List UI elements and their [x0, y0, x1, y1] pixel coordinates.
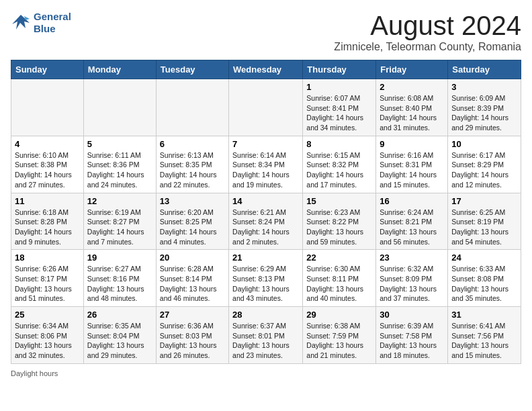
calendar-day-cell — [83, 79, 156, 136]
day-number: 15 — [306, 196, 372, 206]
day-number: 30 — [380, 310, 444, 320]
calendar-day-cell: 14Sunrise: 6:21 AM Sunset: 8:24 PM Dayli… — [229, 193, 303, 250]
day-number: 28 — [232, 310, 299, 320]
day-info: Sunrise: 6:37 AM Sunset: 8:01 PM Dayligh… — [232, 321, 299, 361]
calendar-day-cell: 30Sunrise: 6:39 AM Sunset: 7:58 PM Dayli… — [376, 307, 448, 364]
day-number: 25 — [15, 310, 80, 320]
calendar-day-cell: 15Sunrise: 6:23 AM Sunset: 8:22 PM Dayli… — [303, 193, 376, 250]
day-number: 17 — [451, 196, 517, 206]
calendar-day-cell: 19Sunrise: 6:27 AM Sunset: 8:16 PM Dayli… — [83, 250, 156, 307]
logo-text: General Blue — [34, 11, 71, 35]
day-number: 4 — [15, 139, 80, 149]
day-number: 21 — [232, 253, 299, 263]
calendar-header-cell: Friday — [376, 60, 448, 79]
calendar-day-cell: 7Sunrise: 6:14 AM Sunset: 8:34 PM Daylig… — [229, 136, 303, 193]
calendar-day-cell: 4Sunrise: 6:10 AM Sunset: 8:38 PM Daylig… — [11, 136, 84, 193]
calendar-day-cell: 27Sunrise: 6:36 AM Sunset: 8:03 PM Dayli… — [156, 307, 228, 364]
calendar-week-row: 11Sunrise: 6:18 AM Sunset: 8:28 PM Dayli… — [11, 193, 521, 250]
day-number: 9 — [380, 139, 444, 149]
calendar-header-cell: Saturday — [448, 60, 521, 79]
calendar-day-cell: 6Sunrise: 6:13 AM Sunset: 8:35 PM Daylig… — [156, 136, 228, 193]
day-number: 27 — [160, 310, 225, 320]
calendar-header-cell: Wednesday — [229, 60, 303, 79]
day-info: Sunrise: 6:16 AM Sunset: 8:31 PM Dayligh… — [380, 150, 444, 190]
calendar-header-cell: Tuesday — [156, 60, 228, 79]
calendar-day-cell: 2Sunrise: 6:08 AM Sunset: 8:40 PM Daylig… — [376, 79, 448, 136]
day-info: Sunrise: 6:08 AM Sunset: 8:40 PM Dayligh… — [380, 93, 444, 133]
calendar-day-cell: 29Sunrise: 6:38 AM Sunset: 7:59 PM Dayli… — [303, 307, 376, 364]
day-info: Sunrise: 6:30 AM Sunset: 8:11 PM Dayligh… — [306, 264, 372, 304]
day-number: 10 — [451, 139, 517, 149]
day-info: Sunrise: 6:20 AM Sunset: 8:25 PM Dayligh… — [160, 208, 225, 247]
calendar-day-cell: 18Sunrise: 6:26 AM Sunset: 8:17 PM Dayli… — [11, 250, 84, 307]
day-info: Sunrise: 6:18 AM Sunset: 8:28 PM Dayligh… — [15, 208, 80, 247]
day-number: 31 — [451, 310, 517, 320]
location-title: Zimnicele, Teleorman County, Romania — [334, 41, 521, 53]
day-number: 20 — [160, 253, 225, 263]
calendar-week-row: 18Sunrise: 6:26 AM Sunset: 8:17 PM Dayli… — [11, 250, 521, 307]
calendar-day-cell: 13Sunrise: 6:20 AM Sunset: 8:25 PM Dayli… — [156, 193, 228, 250]
day-info: Sunrise: 6:11 AM Sunset: 8:36 PM Dayligh… — [87, 150, 152, 190]
calendar-day-cell: 12Sunrise: 6:19 AM Sunset: 8:27 PM Dayli… — [83, 193, 156, 250]
calendar-day-cell: 16Sunrise: 6:24 AM Sunset: 8:21 PM Dayli… — [376, 193, 448, 250]
day-info: Sunrise: 6:38 AM Sunset: 7:59 PM Dayligh… — [306, 321, 372, 361]
day-info: Sunrise: 6:25 AM Sunset: 8:19 PM Dayligh… — [451, 208, 517, 247]
day-number: 1 — [306, 82, 372, 92]
calendar-header-row: SundayMondayTuesdayWednesdayThursdayFrid… — [11, 60, 521, 79]
calendar-day-cell: 23Sunrise: 6:32 AM Sunset: 8:09 PM Dayli… — [376, 250, 448, 307]
calendar-week-row: 4Sunrise: 6:10 AM Sunset: 8:38 PM Daylig… — [11, 136, 521, 193]
title-area: August 2024 Zimnicele, Teleorman County,… — [334, 11, 521, 53]
calendar-day-cell: 17Sunrise: 6:25 AM Sunset: 8:19 PM Dayli… — [448, 193, 521, 250]
day-info: Sunrise: 6:09 AM Sunset: 8:39 PM Dayligh… — [451, 93, 517, 133]
svg-marker-0 — [12, 15, 30, 30]
day-info: Sunrise: 6:13 AM Sunset: 8:35 PM Dayligh… — [160, 150, 225, 190]
calendar-week-row: 25Sunrise: 6:34 AM Sunset: 8:06 PM Dayli… — [11, 307, 521, 364]
calendar-table: SundayMondayTuesdayWednesdayThursdayFrid… — [11, 60, 521, 364]
calendar-day-cell: 21Sunrise: 6:29 AM Sunset: 8:13 PM Dayli… — [229, 250, 303, 307]
day-info: Sunrise: 6:39 AM Sunset: 7:58 PM Dayligh… — [380, 321, 444, 361]
day-number: 12 — [87, 196, 152, 206]
day-info: Sunrise: 6:41 AM Sunset: 7:56 PM Dayligh… — [451, 321, 517, 361]
day-number: 14 — [232, 196, 299, 206]
day-number: 3 — [451, 82, 517, 92]
day-info: Sunrise: 6:07 AM Sunset: 8:41 PM Dayligh… — [306, 93, 372, 133]
calendar-day-cell — [229, 79, 303, 136]
day-info: Sunrise: 6:10 AM Sunset: 8:38 PM Dayligh… — [15, 150, 80, 190]
day-number: 22 — [306, 253, 372, 263]
day-info: Sunrise: 6:19 AM Sunset: 8:27 PM Dayligh… — [87, 208, 152, 247]
calendar-day-cell: 20Sunrise: 6:28 AM Sunset: 8:14 PM Dayli… — [156, 250, 228, 307]
calendar-day-cell: 9Sunrise: 6:16 AM Sunset: 8:31 PM Daylig… — [376, 136, 448, 193]
day-number: 7 — [232, 139, 299, 149]
calendar-day-cell: 3Sunrise: 6:09 AM Sunset: 8:39 PM Daylig… — [448, 79, 521, 136]
month-title: August 2024 — [334, 11, 521, 41]
day-info: Sunrise: 6:26 AM Sunset: 8:17 PM Dayligh… — [15, 264, 80, 304]
calendar-header-cell: Sunday — [11, 60, 84, 79]
day-info: Sunrise: 6:36 AM Sunset: 8:03 PM Dayligh… — [160, 321, 225, 361]
logo-bird-icon — [11, 13, 31, 32]
day-info: Sunrise: 6:14 AM Sunset: 8:34 PM Dayligh… — [232, 150, 299, 190]
day-number: 23 — [380, 253, 444, 263]
calendar-day-cell: 11Sunrise: 6:18 AM Sunset: 8:28 PM Dayli… — [11, 193, 84, 250]
footer: Daylight hours — [11, 369, 521, 377]
day-number: 2 — [380, 82, 444, 92]
calendar-day-cell: 26Sunrise: 6:35 AM Sunset: 8:04 PM Dayli… — [83, 307, 156, 364]
calendar-day-cell: 28Sunrise: 6:37 AM Sunset: 8:01 PM Dayli… — [229, 307, 303, 364]
calendar-header-cell: Thursday — [303, 60, 376, 79]
calendar-day-cell: 10Sunrise: 6:17 AM Sunset: 8:29 PM Dayli… — [448, 136, 521, 193]
day-info: Sunrise: 6:15 AM Sunset: 8:32 PM Dayligh… — [306, 150, 372, 190]
day-info: Sunrise: 6:33 AM Sunset: 8:08 PM Dayligh… — [451, 264, 517, 304]
day-number: 24 — [451, 253, 517, 263]
day-info: Sunrise: 6:21 AM Sunset: 8:24 PM Dayligh… — [232, 208, 299, 247]
calendar-day-cell: 24Sunrise: 6:33 AM Sunset: 8:08 PM Dayli… — [448, 250, 521, 307]
day-info: Sunrise: 6:35 AM Sunset: 8:04 PM Dayligh… — [87, 321, 152, 361]
day-info: Sunrise: 6:29 AM Sunset: 8:13 PM Dayligh… — [232, 264, 299, 304]
calendar-day-cell: 25Sunrise: 6:34 AM Sunset: 8:06 PM Dayli… — [11, 307, 84, 364]
day-number: 29 — [306, 310, 372, 320]
calendar-day-cell: 22Sunrise: 6:30 AM Sunset: 8:11 PM Dayli… — [303, 250, 376, 307]
day-number: 18 — [15, 253, 80, 263]
day-info: Sunrise: 6:23 AM Sunset: 8:22 PM Dayligh… — [306, 208, 372, 247]
day-info: Sunrise: 6:34 AM Sunset: 8:06 PM Dayligh… — [15, 321, 80, 361]
calendar-day-cell: 5Sunrise: 6:11 AM Sunset: 8:36 PM Daylig… — [83, 136, 156, 193]
day-number: 8 — [306, 139, 372, 149]
day-number: 6 — [160, 139, 225, 149]
